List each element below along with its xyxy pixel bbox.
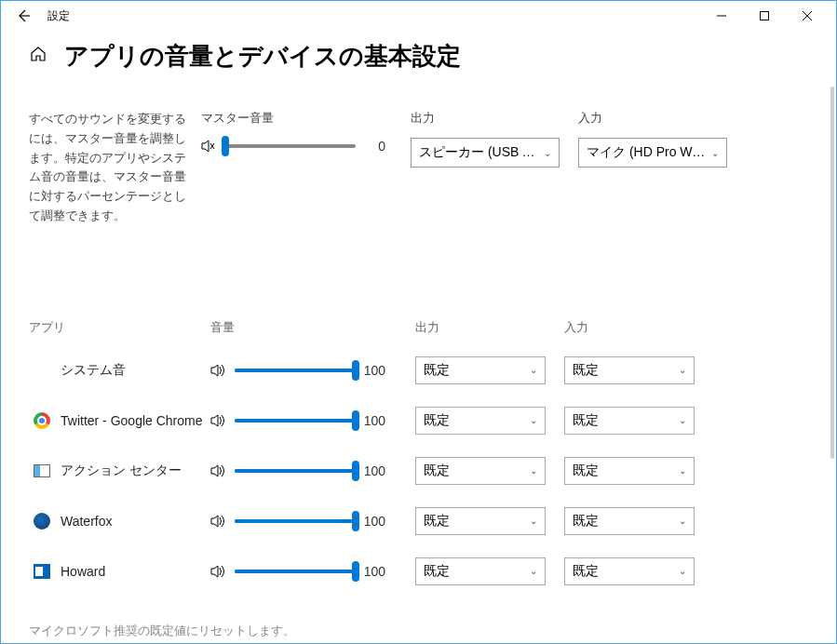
chevron-down-icon: ⌄ (530, 516, 537, 526)
chevron-down-icon: ⌄ (530, 415, 537, 425)
master-volume-column: マスター音量 0 (201, 110, 406, 226)
app-output-dropdown[interactable]: 既定 ⌄ (415, 507, 546, 535)
speaker-icon[interactable] (210, 412, 227, 429)
speaker-icon[interactable] (210, 563, 227, 580)
chevron-down-icon: ⌄ (530, 566, 537, 576)
app-volume-slider[interactable] (235, 469, 356, 473)
page-title: アプリの音量とデバイスの基本設定 (64, 40, 461, 73)
app-output-dropdown[interactable]: 既定 ⌄ (415, 356, 546, 384)
speaker-icon[interactable] (210, 362, 227, 379)
home-icon[interactable] (29, 45, 47, 68)
back-button[interactable] (8, 1, 38, 31)
maximize-button[interactable] (743, 1, 786, 31)
app-row: Howard 100 既定 ⌄ 既定 ⌄ (29, 546, 808, 597)
chevron-down-icon: ⌄ (679, 365, 686, 375)
master-output-value: スピーカー (USB Audi... (419, 144, 540, 161)
app-input-dropdown[interactable]: 既定 ⌄ (564, 507, 695, 535)
app-volume-value: 100 (363, 514, 385, 529)
output-label: 出力 (411, 110, 574, 127)
window-title: 設定 (47, 8, 70, 24)
app-input-value: 既定 (573, 463, 599, 479)
app-name: Twitter - Google Chrome (61, 413, 203, 428)
master-input-value: マイク (HD Pro Web... (587, 144, 708, 161)
app-input-value: 既定 (573, 412, 599, 429)
page-header: アプリの音量とデバイスの基本設定 (29, 40, 808, 73)
maximize-icon (760, 11, 769, 20)
master-volume-slider[interactable] (225, 144, 356, 148)
master-volume-value: 0 (363, 139, 385, 154)
app-row: Twitter - Google Chrome 100 既定 ⌄ 既定 ⌄ (29, 396, 808, 446)
app-icon (33, 512, 51, 530)
app-input-value: 既定 (573, 362, 599, 379)
app-volume-slider[interactable] (235, 419, 356, 423)
speaker-muted-icon[interactable] (201, 138, 218, 154)
chevron-down-icon: ⌄ (679, 516, 686, 526)
app-output-value: 既定 (424, 362, 450, 379)
app-row: システム音 100 既定 ⌄ 既定 ⌄ (29, 345, 808, 396)
app-output-value: 既定 (424, 513, 450, 530)
minimize-icon (717, 11, 726, 20)
master-output-dropdown[interactable]: スピーカー (USB Audi... ⌄ (411, 138, 560, 168)
app-volume-slider[interactable] (235, 570, 356, 573)
app-output-value: 既定 (424, 463, 450, 479)
input-column: 入力 マイク (HD Pro Web... ⌄ (574, 110, 741, 226)
chevron-down-icon: ⌄ (679, 415, 686, 425)
app-volume-value: 100 (363, 413, 385, 428)
app-output-dropdown[interactable]: 既定 ⌄ (415, 407, 546, 435)
input-label: 入力 (578, 110, 741, 127)
description-text: すべてのサウンドを変更するには、マスター音量を調整します。特定のアプリやシステム… (29, 110, 201, 226)
app-name: システム音 (61, 362, 126, 379)
chevron-down-icon: ⌄ (530, 465, 537, 476)
app-icon (33, 462, 51, 480)
chevron-down-icon: ⌄ (679, 465, 686, 476)
reset-text: マイクロソフト推奨の既定値にリセットします。 (29, 623, 808, 639)
app-input-dropdown[interactable]: 既定 ⌄ (564, 557, 695, 585)
app-row: Waterfox 100 既定 ⌄ 既定 ⌄ (29, 496, 808, 546)
chevron-down-icon: ⌄ (711, 148, 719, 158)
speaker-icon[interactable] (210, 463, 227, 479)
output-column: 出力 スピーカー (USB Audi... ⌄ (406, 110, 574, 226)
chevron-down-icon: ⌄ (679, 566, 686, 576)
close-icon (803, 11, 812, 20)
app-output-dropdown[interactable]: 既定 ⌄ (415, 557, 546, 585)
arrow-left-icon (16, 8, 31, 23)
app-volume-value: 100 (363, 564, 385, 579)
minimize-button[interactable] (700, 1, 743, 31)
app-input-value: 既定 (573, 563, 599, 580)
app-output-value: 既定 (424, 412, 450, 429)
volume-header: 音量 (210, 319, 415, 336)
app-icon (33, 562, 51, 581)
window-controls (700, 1, 829, 31)
app-volume-slider[interactable] (235, 519, 356, 523)
app-volume-value: 100 (363, 463, 385, 478)
app-name: アクション センター (61, 463, 182, 479)
app-name: Howard (61, 564, 105, 579)
chevron-down-icon: ⌄ (544, 148, 551, 158)
app-input-dropdown[interactable]: 既定 ⌄ (564, 457, 695, 485)
app-volume-value: 100 (363, 363, 385, 378)
chevron-down-icon: ⌄ (530, 365, 537, 375)
app-output-dropdown[interactable]: 既定 ⌄ (415, 457, 546, 485)
app-input-dropdown[interactable]: 既定 ⌄ (564, 356, 695, 384)
svg-rect-0 (761, 12, 769, 20)
close-button[interactable] (786, 1, 829, 31)
app-output-value: 既定 (424, 563, 450, 580)
app-input-dropdown[interactable]: 既定 ⌄ (564, 407, 695, 435)
titlebar: 設定 (1, 1, 836, 31)
input-header: 入力 (564, 319, 713, 336)
app-icon (33, 361, 51, 380)
app-name: Waterfox (61, 514, 113, 529)
master-input-dropdown[interactable]: マイク (HD Pro Web... ⌄ (578, 138, 727, 168)
app-icon (33, 411, 51, 430)
app-volume-slider[interactable] (235, 369, 356, 372)
app-row: アクション センター 100 既定 ⌄ 既定 ⌄ (29, 446, 808, 496)
master-volume-label: マスター音量 (201, 110, 406, 127)
scrollbar[interactable] (830, 87, 834, 459)
app-input-value: 既定 (573, 513, 599, 530)
output-header: 出力 (415, 319, 564, 336)
apps-header: アプリ (29, 319, 210, 336)
speaker-icon[interactable] (210, 513, 227, 530)
